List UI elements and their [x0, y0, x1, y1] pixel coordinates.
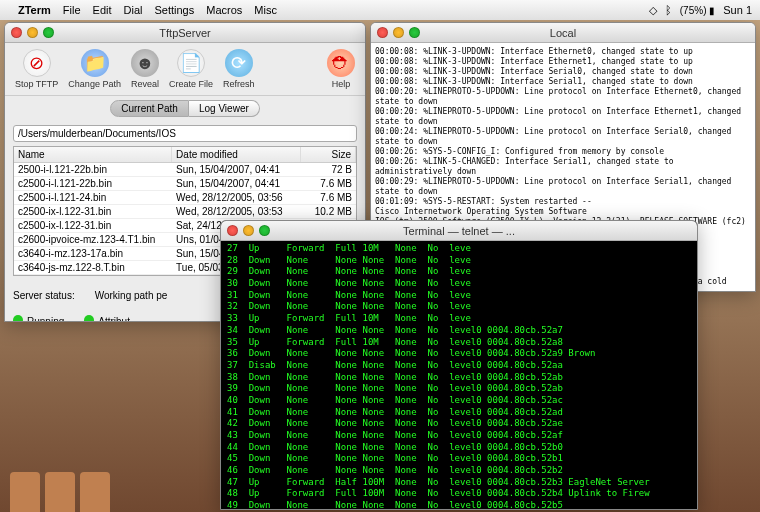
table-row[interactable]: c2500-i-l.121-22b.binSun, 15/04/2007, 04… [14, 177, 356, 191]
col-date[interactable]: Date modified [172, 147, 300, 162]
server-running: Running [13, 315, 64, 322]
table-row[interactable]: 2500-i-l.121-22b.binSun, 15/04/2007, 04:… [14, 163, 356, 177]
desert-object [80, 472, 110, 512]
terminal-titlebar[interactable]: Terminal — telnet — ... [221, 221, 697, 241]
attributes-label: Attribut [84, 315, 130, 322]
path-icon: 📁 [81, 49, 109, 77]
zoom-icon[interactable] [43, 27, 54, 38]
battery-status[interactable]: (75%) ▮ [680, 5, 715, 16]
file-icon: 📄 [177, 49, 205, 77]
minimize-icon[interactable] [243, 225, 254, 236]
terminal-output[interactable]: 27 Up Forward Full 10M None No leve 28 D… [221, 241, 697, 510]
create-file-button[interactable]: 📄Create File [165, 47, 217, 91]
menu-dial[interactable]: Dial [124, 4, 143, 16]
path-field[interactable]: /Users/mulderbean/Documents/IOS [13, 125, 357, 142]
zoom-icon[interactable] [409, 27, 420, 38]
menu-misc[interactable]: Misc [254, 4, 277, 16]
refresh-button[interactable]: ⟳Refresh [219, 47, 259, 91]
terminal-window: Terminal — telnet — ... 27 Up Forward Fu… [220, 220, 698, 510]
menu-edit[interactable]: Edit [93, 4, 112, 16]
desert-object [10, 472, 40, 512]
spotlight-icon[interactable]: ◇ [649, 4, 657, 17]
desert-object [45, 472, 75, 512]
tab-log-viewer[interactable]: Log Viewer [189, 100, 260, 117]
help-icon: ⛑ [327, 49, 355, 77]
help-button[interactable]: ⛑Help [323, 47, 359, 91]
working-path-label: Working path pe [95, 290, 168, 301]
table-row[interactable]: c2500-ix-l.122-31.binWed, 28/12/2005, 03… [14, 205, 356, 219]
window-title: TftpServer [159, 27, 210, 39]
col-size[interactable]: Size [301, 147, 356, 162]
close-icon[interactable] [227, 225, 238, 236]
table-row[interactable]: c2500-i-l.121-24.binWed, 28/12/2005, 03:… [14, 191, 356, 205]
toolbar: ⊘Stop TFTP 📁Change Path ☻Reveal 📄Create … [5, 43, 365, 96]
status-dot-icon [84, 315, 94, 322]
zoom-icon[interactable] [259, 225, 270, 236]
status-dot-icon [13, 315, 23, 322]
tabs: Current Path Log Viewer [5, 96, 365, 121]
server-status-label: Server status: [13, 290, 75, 301]
stop-tftp-button[interactable]: ⊘Stop TFTP [11, 47, 62, 91]
window-title: Local [550, 27, 576, 39]
clock[interactable]: Sun 1 [723, 4, 752, 16]
stop-icon: ⊘ [23, 49, 51, 77]
reveal-button[interactable]: ☻Reveal [127, 47, 163, 91]
minimize-icon[interactable] [27, 27, 38, 38]
close-icon[interactable] [377, 27, 388, 38]
local-titlebar[interactable]: Local [371, 23, 755, 43]
tab-current-path[interactable]: Current Path [110, 100, 189, 117]
finder-icon: ☻ [131, 49, 159, 77]
app-name[interactable]: ZTerm [18, 4, 51, 16]
minimize-icon[interactable] [393, 27, 404, 38]
menu-settings[interactable]: Settings [154, 4, 194, 16]
menubar: ZTerm File Edit Dial Settings Macros Mis… [0, 0, 760, 20]
bluetooth-icon[interactable]: ᛒ [665, 4, 672, 16]
tftp-titlebar[interactable]: TftpServer [5, 23, 365, 43]
close-icon[interactable] [11, 27, 22, 38]
col-name[interactable]: Name [14, 147, 172, 162]
menu-macros[interactable]: Macros [206, 4, 242, 16]
change-path-button[interactable]: 📁Change Path [64, 47, 125, 91]
window-title: Terminal — telnet — ... [403, 225, 515, 237]
menu-file[interactable]: File [63, 4, 81, 16]
refresh-icon: ⟳ [225, 49, 253, 77]
